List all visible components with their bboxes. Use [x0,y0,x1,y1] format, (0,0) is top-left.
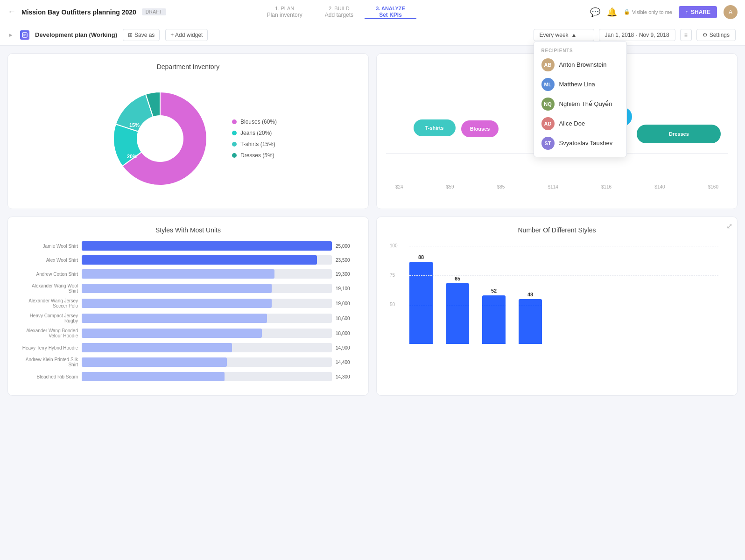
vert-bar-col-3: 48 [519,292,542,344]
nav-step-build[interactable]: 2. BUILD Add targets [314,5,365,19]
step-num-build: 2. BUILD [329,6,350,11]
visible-text: Visible only to me [632,9,672,15]
back-button[interactable]: ← [7,7,16,17]
vert-bar-2 [482,295,506,344]
recipient-4[interactable]: ST Svyatoslav Taushev [534,133,626,153]
filter-button[interactable]: ≡ [680,29,692,41]
x-label-2: $85 [497,184,505,189]
pie-container: 60% 20% 15% Blouses (60%) Jeans (20%) T-… [17,78,359,199]
vert-bar-col-1: 65 [446,276,469,344]
legend-label-dresses: Dresses (5%) [240,152,274,159]
chat-icon[interactable]: 💬 [590,7,600,17]
date-range-label: Jan 1, 2018 - Nov 9, 2018 [605,32,669,38]
vert-bar-col-0: 88 [409,254,433,344]
every-week-button[interactable]: Every week ▲ [534,29,594,41]
legend-dot-dresses [232,153,237,158]
bar-value-8: 14,400 [336,360,354,365]
avatar: A [724,5,738,19]
bar-row-5: Heavy Compact Jersey Rugby 18,600 [22,313,354,323]
vert-bar-3 [519,299,542,344]
bar-track-5 [82,314,332,323]
legend-dot-jeans [232,131,237,135]
vert-bar-val-2: 52 [491,288,497,294]
draft-badge: DRAFT [142,8,166,15]
recipient-2[interactable]: NQ Nghiêm Thế Quyền [534,94,626,114]
bubble-dresses: Dresses [637,125,721,143]
every-week-label: Every week [540,32,569,38]
bubble-tshirts: T-shirts [414,119,456,136]
toolbar: ▸ Development plan (Working) ⊞ Save as +… [0,24,745,46]
visible-badge: 🔒 Visible only to me [624,9,672,15]
bar-track-1 [82,255,332,265]
save-as-label: Save as [134,32,155,38]
bar-row-1: Alex Wool Shirt 23,500 [22,255,354,265]
bar-value-4: 19,000 [336,301,354,306]
nav-step-analyze[interactable]: 3. ANALYZE Set KPIs [365,5,416,19]
vert-bars: 88 65 52 48 [409,246,718,349]
bar-row-6: Alexander Wang Bonded Velour Hoodie 18,0… [22,328,354,338]
svg-text:20%: 20% [127,154,137,159]
y-label-75: 75 [390,273,395,278]
recipient-1[interactable]: ML Matthew Lina [534,75,626,94]
save-as-button[interactable]: ⊞ Save as [123,29,160,41]
vert-bar-val-1: 65 [455,276,460,281]
legend-item-tshirts: T-shirts (15%) [232,141,277,147]
settings-button[interactable]: ⚙ Settings [696,29,736,41]
bar-row-3: Alexander Wang Wool Shirt 19,100 [22,283,354,294]
toolbar-right: Every week ▲ Recipients AB Anton Brownst… [534,29,736,41]
legend-label-blouses: Blouses (60%) [240,119,277,125]
legend-item-blouses: Blouses (60%) [232,119,277,125]
frequency-dropdown[interactable]: Every week ▲ Recipients AB Anton Brownst… [534,29,594,41]
legend-label-jeans: Jeans (20%) [240,130,272,136]
nav-steps: 1. PLAN Plan inventory 2. BUILD Add targ… [256,5,416,19]
recipient-3[interactable]: AD Alice Doe [534,114,626,133]
share-label: SHARE [691,9,710,15]
bar-fill-1 [82,255,317,265]
recipient-name-1: Matthew Lina [559,81,595,88]
bar-track-4 [82,299,332,308]
recipient-name-4: Svyatoslav Taushev [559,140,613,147]
share-button[interactable]: ↑ SHARE [679,6,717,18]
recipient-name-2: Nghiêm Thế Quyền [559,100,612,107]
recipient-name-0: Anton Brownstein [559,61,607,68]
recipient-0[interactable]: AB Anton Brownstein [534,55,626,75]
bar-label-3: Alexander Wang Wool Shirt [22,283,78,294]
bar-label-6: Alexander Wang Bonded Velour Hoodie [22,328,78,338]
bar-label-8: Andrew Klein Printed Silk Shirt [22,357,78,367]
expand-icon[interactable]: ⤢ [726,222,732,231]
styles-chart-card: Styles With Most Units Jamie Wool Shirt … [7,217,369,396]
department-inventory-card: Department Inventory [7,53,369,209]
bar-value-7: 14,900 [336,345,354,350]
bar-value-5: 18,600 [336,316,354,321]
date-range-button[interactable]: Jan 1, 2018 - Nov 9, 2018 [599,29,675,41]
bar-track-6 [82,329,332,338]
add-widget-button[interactable]: + Add widget [165,29,208,41]
bar-label-5: Heavy Compact Jersey Rugby [22,313,78,323]
bar-value-6: 18,000 [336,331,354,336]
bar-row-8: Andrew Klein Printed Silk Shirt 14,400 [22,357,354,367]
bar-row-9: Bleached Rib Seam 14,300 [22,372,354,381]
recipient-avatar-0: AB [541,58,555,71]
settings-icon: ⚙ [703,32,708,38]
step-name-build: Add targets [325,12,353,18]
bar-track-7 [82,343,332,352]
bar-track-0 [82,241,332,251]
bell-icon[interactable]: 🔔 [607,7,617,17]
lock-icon: 🔒 [624,9,630,15]
settings-label: Settings [710,32,730,38]
bar-row-4: Alexander Wang Jersey Soccer Polo 19,000 [22,298,354,308]
svg-text:15%: 15% [129,122,140,128]
bar-label-1: Alex Wool Shirt [22,258,78,263]
bar-track-9 [82,372,332,381]
bar-label-2: Andrew Cotton Shirt [22,272,78,277]
y-label-100: 100 [390,243,398,248]
bubble-blouses: Blouses [461,120,499,137]
plan-icon [20,30,29,40]
nav-step-plan[interactable]: 1. PLAN Plan inventory [256,5,314,19]
vert-bar-chart-area: 100 75 50 88 65 52 [386,241,728,353]
bar-chart: Jamie Wool Shirt 25,000 Alex Wool Shirt … [17,241,359,381]
bar-row-2: Andrew Cotton Shirt 19,300 [22,269,354,279]
pie-chart: 60% 20% 15% [99,78,221,199]
nav-right: 💬 🔔 🔒 Visible only to me ↑ SHARE A [590,5,738,19]
bar-value-9: 14,300 [336,374,354,379]
